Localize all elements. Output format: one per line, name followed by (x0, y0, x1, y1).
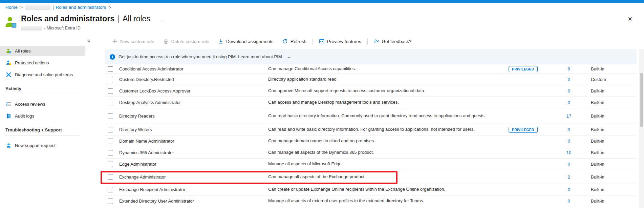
delete-custom-role-button[interactable]: Delete custom role (159, 39, 214, 44)
role-name: Extended Directory User Administrator (113, 199, 268, 204)
assignments-count-link[interactable]: 0 (559, 88, 579, 93)
download-assignments-button[interactable]: Download assignments (214, 39, 278, 44)
breadcrumb-separator: > (20, 5, 23, 10)
row-checkbox[interactable] (108, 100, 113, 105)
assignments-count-link[interactable]: 0 (559, 199, 579, 204)
toolbar: New custom roleDelete custom roleDownloa… (108, 36, 416, 47)
row-checkbox[interactable] (108, 162, 113, 167)
sidebar-divider (5, 94, 79, 94)
row-checkbox[interactable] (108, 88, 113, 94)
breadcrumb-current-link[interactable]: | Roles and administrators (53, 5, 106, 10)
refresh-icon (282, 39, 288, 44)
sidebar-item-protected-actions[interactable]: Protected actions (0, 58, 85, 68)
assignments-count-link[interactable]: 0 (559, 187, 579, 192)
page-title-main: Roles and administrators (21, 14, 114, 23)
row-checkbox[interactable] (108, 174, 113, 180)
subtitle-text: - Microsoft Entra ID (44, 26, 81, 30)
azure-top-bar (0, 0, 644, 3)
toolbar-divider (367, 39, 368, 44)
table-row[interactable]: Directory Writers Can read and write bas… (105, 124, 637, 136)
table-row[interactable]: Directory Readers Can read basic directo… (105, 108, 637, 124)
role-description: Manage all aspects of external user prof… (268, 198, 492, 204)
refresh-button[interactable]: Refresh (278, 39, 311, 44)
row-checkbox[interactable] (108, 150, 113, 155)
table-row[interactable]: Conditional Access Administrator Can man… (105, 64, 637, 74)
diagnose-icon (5, 71, 12, 78)
row-checkbox[interactable] (108, 77, 113, 82)
sidebar-item-label: Protected actions (15, 60, 49, 65)
roles-page-icon (4, 15, 18, 29)
table-row[interactable]: Exchange Recipient Administrator Can cre… (105, 184, 637, 195)
sidebar-collapse-icon[interactable]: « (87, 37, 90, 43)
role-name: Exchange Recipient Administrator (113, 187, 268, 192)
sidebar-item-access-reviews[interactable]: Access reviews (0, 99, 85, 109)
scrollbar-thumb[interactable] (640, 73, 643, 127)
role-description: Can create or update Exchange Online rec… (268, 186, 492, 192)
role-type: Built-in (579, 199, 604, 204)
assignments-count-link[interactable]: 0 (559, 77, 579, 82)
assignments-count-link[interactable]: 9 (559, 66, 579, 71)
role-name: Custom.Directory.Restricted (113, 77, 268, 82)
table-row[interactable]: Domain Name Administrator Can manage dom… (105, 136, 637, 147)
role-description: Can access and manage Desktop management… (268, 99, 492, 105)
pim-info-banner[interactable]: i Get just-in-time access to a role when… (105, 49, 637, 64)
preview-features-icon (319, 39, 324, 44)
role-type: Built-in (579, 113, 604, 119)
role-description: Manage all aspects of Microsoft Edge. (268, 161, 492, 167)
sidebar-item-diagnose-and-solve-problems[interactable]: Diagnose and solve problems (0, 69, 85, 80)
privileged-badge: PRIVILEGED (509, 127, 538, 133)
sidebar-item-audit-logs[interactable]: Audit logs (0, 111, 85, 121)
sidebar-item-label: Access reviews (15, 102, 45, 107)
new-custom-role-button[interactable]: New custom role (108, 39, 159, 44)
assignments-count-link[interactable]: 10 (559, 150, 579, 155)
sidebar-section-header-activity: Activity (0, 81, 85, 91)
privileged-cell: PRIVILEGED (492, 126, 559, 133)
toolbar-button-label: Got feedback? (382, 39, 412, 44)
role-type: Custom (579, 77, 606, 82)
role-description: Can manage all aspects of the Exchange p… (268, 174, 492, 180)
row-checkbox[interactable] (108, 66, 113, 72)
protected-actions-icon (5, 60, 12, 66)
page-title: Roles and administrators | All roles … (21, 14, 165, 23)
table-row[interactable]: Edge Administrator Manage all aspects of… (105, 159, 637, 170)
roles-table: Conditional Access Administrator Can man… (105, 64, 637, 207)
table-row[interactable]: Exchange Administrator Can manage all as… (105, 170, 637, 184)
role-name: Directory Writers (113, 127, 268, 132)
breadcrumb-home-link[interactable]: Home (5, 5, 18, 10)
access-reviews-icon (5, 101, 12, 107)
sidebar-item-new-support-request[interactable]: New support request (0, 140, 85, 150)
assignments-count-link[interactable]: 0 (559, 100, 579, 105)
role-type: Built-in (579, 139, 604, 144)
table-row[interactable]: Custom.Directory.Restricted Directory ap… (105, 74, 637, 85)
assignments-count-link[interactable]: 0 (559, 139, 579, 144)
row-checkbox[interactable] (108, 113, 113, 119)
assignments-count-link[interactable]: 0 (559, 162, 579, 167)
sidebar-section-header-troubleshooting-support: Troubleshooting + Support (0, 123, 85, 132)
toolbar-button-label: Delete custom role (171, 39, 210, 44)
table-row[interactable]: Extended Directory User Administrator Ma… (105, 195, 637, 207)
assignments-count-link[interactable]: 3 (559, 127, 579, 132)
table-row[interactable]: Dynamics 365 Administrator Can manage al… (105, 147, 637, 159)
row-checkbox[interactable] (108, 139, 113, 144)
overflow-menu-icon[interactable]: … (159, 17, 165, 22)
breadcrumb-separator: > (109, 5, 111, 10)
assignments-count-link[interactable]: 2 (559, 174, 579, 180)
feedback-icon (374, 39, 379, 44)
sidebar-item-all-roles[interactable]: All roles (0, 46, 85, 56)
preview-features-button[interactable]: Preview features (315, 39, 366, 44)
role-description: Directory applicaiton standard read (268, 76, 492, 82)
close-icon[interactable]: ✕ (628, 16, 632, 23)
row-checkbox[interactable] (108, 199, 113, 204)
row-checkbox[interactable] (108, 127, 113, 132)
row-checkbox[interactable] (108, 187, 113, 192)
role-description: Can manage domain names in cloud and on-… (268, 138, 492, 144)
role-description: Can manage all aspects of the Dynamics 3… (268, 149, 492, 155)
table-row[interactable]: Desktop Analytics Administrator Can acce… (105, 97, 637, 108)
plus-icon (112, 39, 117, 44)
table-row[interactable]: Customer LockBox Access Approver Can app… (105, 85, 637, 97)
breadcrumb: Home > | Roles and administrators > (5, 4, 111, 10)
assignments-count-link[interactable]: 17 (559, 113, 579, 119)
got-feedback-button[interactable]: Got feedback? (369, 39, 416, 44)
redacted-tenant-name (21, 26, 42, 30)
vertical-scrollbar[interactable] (639, 49, 644, 208)
